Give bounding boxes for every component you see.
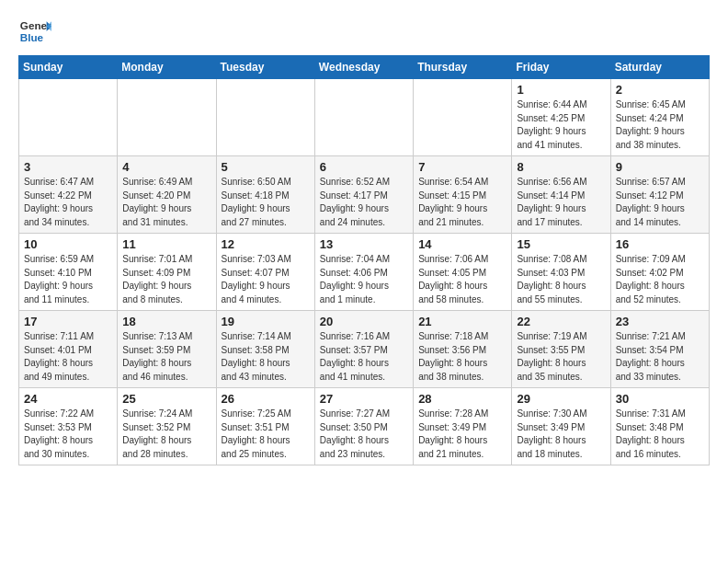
day-number: 8 — [517, 160, 605, 174]
calendar-cell: 15Sunrise: 7:08 AMSunset: 4:03 PMDayligh… — [512, 234, 610, 311]
calendar-cell: 8Sunrise: 6:56 AMSunset: 4:14 PMDaylight… — [512, 156, 610, 234]
calendar-cell — [19, 79, 118, 156]
day-number: 5 — [222, 160, 310, 174]
day-info: Sunrise: 7:28 AMSunset: 3:49 PMDaylight:… — [418, 408, 506, 461]
calendar-cell: 3Sunrise: 6:47 AMSunset: 4:22 PMDaylight… — [19, 156, 118, 234]
day-number: 21 — [418, 315, 506, 328]
calendar-cell — [314, 79, 413, 156]
day-number: 13 — [320, 237, 408, 251]
day-number: 3 — [24, 160, 112, 174]
calendar-cell: 18Sunrise: 7:13 AMSunset: 3:59 PMDayligh… — [118, 311, 216, 388]
day-info: Sunrise: 7:31 AMSunset: 3:48 PMDaylight:… — [616, 408, 704, 461]
day-info: Sunrise: 6:52 AMSunset: 4:17 PMDaylight:… — [320, 176, 408, 229]
weekday-header-wednesday: Wednesday — [314, 56, 413, 79]
day-info: Sunrise: 7:11 AMSunset: 4:01 PMDaylight:… — [24, 330, 112, 384]
day-number: 10 — [24, 237, 112, 251]
day-number: 14 — [418, 237, 506, 251]
day-number: 12 — [222, 237, 310, 251]
logo: General Blue — [18, 15, 53, 48]
day-info: Sunrise: 7:27 AMSunset: 3:50 PMDaylight:… — [320, 408, 408, 461]
calendar-cell: 26Sunrise: 7:25 AMSunset: 3:51 PMDayligh… — [216, 388, 314, 465]
calendar-cell: 1Sunrise: 6:44 AMSunset: 4:25 PMDaylight… — [512, 79, 610, 156]
day-info: Sunrise: 7:22 AMSunset: 3:53 PMDaylight:… — [24, 408, 112, 461]
week-row-2: 3Sunrise: 6:47 AMSunset: 4:22 PMDaylight… — [19, 156, 710, 234]
calendar-cell: 28Sunrise: 7:28 AMSunset: 3:49 PMDayligh… — [414, 388, 512, 465]
day-number: 17 — [24, 315, 112, 328]
header-area: General Blue — [18, 15, 710, 48]
calendar-cell: 19Sunrise: 7:14 AMSunset: 3:58 PMDayligh… — [216, 311, 314, 388]
day-info: Sunrise: 7:01 AMSunset: 4:09 PMDaylight:… — [122, 253, 210, 306]
week-row-5: 24Sunrise: 7:22 AMSunset: 3:53 PMDayligh… — [19, 388, 710, 465]
calendar-cell: 17Sunrise: 7:11 AMSunset: 4:01 PMDayligh… — [19, 311, 118, 388]
day-info: Sunrise: 6:49 AMSunset: 4:20 PMDaylight:… — [122, 176, 210, 229]
day-info: Sunrise: 7:06 AMSunset: 4:05 PMDaylight:… — [418, 253, 506, 306]
calendar-cell: 25Sunrise: 7:24 AMSunset: 3:52 PMDayligh… — [118, 388, 216, 465]
calendar-cell: 7Sunrise: 6:54 AMSunset: 4:15 PMDaylight… — [414, 156, 512, 234]
weekday-header-saturday: Saturday — [610, 56, 709, 79]
calendar-cell: 14Sunrise: 7:06 AMSunset: 4:05 PMDayligh… — [414, 234, 512, 311]
calendar-cell: 5Sunrise: 6:50 AMSunset: 4:18 PMDaylight… — [216, 156, 314, 234]
calendar-table: SundayMondayTuesdayWednesdayThursdayFrid… — [18, 55, 710, 465]
day-info: Sunrise: 7:25 AMSunset: 3:51 PMDaylight:… — [222, 408, 310, 461]
day-info: Sunrise: 6:54 AMSunset: 4:15 PMDaylight:… — [418, 176, 506, 229]
svg-text:Blue: Blue — [20, 31, 44, 43]
day-info: Sunrise: 7:13 AMSunset: 3:59 PMDaylight:… — [122, 330, 210, 384]
day-info: Sunrise: 7:04 AMSunset: 4:06 PMDaylight:… — [320, 253, 408, 306]
calendar-cell: 13Sunrise: 7:04 AMSunset: 4:06 PMDayligh… — [314, 234, 413, 311]
day-info: Sunrise: 6:56 AMSunset: 4:14 PMDaylight:… — [517, 176, 605, 229]
day-number: 2 — [616, 83, 704, 97]
weekday-header-thursday: Thursday — [414, 56, 512, 79]
day-info: Sunrise: 7:09 AMSunset: 4:02 PMDaylight:… — [616, 253, 704, 306]
day-info: Sunrise: 6:59 AMSunset: 4:10 PMDaylight:… — [24, 253, 112, 306]
day-number: 22 — [517, 315, 605, 328]
calendar-cell: 20Sunrise: 7:16 AMSunset: 3:57 PMDayligh… — [314, 311, 413, 388]
logo-icon: General Blue — [18, 15, 51, 48]
day-info: Sunrise: 7:21 AMSunset: 3:54 PMDaylight:… — [616, 330, 704, 384]
weekday-header-friday: Friday — [512, 56, 610, 79]
calendar-cell: 2Sunrise: 6:45 AMSunset: 4:24 PMDaylight… — [610, 79, 709, 156]
week-row-3: 10Sunrise: 6:59 AMSunset: 4:10 PMDayligh… — [19, 234, 710, 311]
calendar-cell: 12Sunrise: 7:03 AMSunset: 4:07 PMDayligh… — [216, 234, 314, 311]
day-info: Sunrise: 7:14 AMSunset: 3:58 PMDaylight:… — [222, 330, 310, 384]
calendar-cell — [216, 79, 314, 156]
day-number: 20 — [320, 315, 408, 328]
day-info: Sunrise: 6:44 AMSunset: 4:25 PMDaylight:… — [517, 98, 605, 152]
week-row-4: 17Sunrise: 7:11 AMSunset: 4:01 PMDayligh… — [19, 311, 710, 388]
day-info: Sunrise: 6:50 AMSunset: 4:18 PMDaylight:… — [222, 176, 310, 229]
day-number: 18 — [122, 315, 210, 328]
weekday-header-tuesday: Tuesday — [216, 56, 314, 79]
week-row-1: 1Sunrise: 6:44 AMSunset: 4:25 PMDaylight… — [19, 79, 710, 156]
day-number: 4 — [122, 160, 210, 174]
day-number: 16 — [616, 237, 704, 251]
calendar-cell: 16Sunrise: 7:09 AMSunset: 4:02 PMDayligh… — [610, 234, 709, 311]
day-info: Sunrise: 7:08 AMSunset: 4:03 PMDaylight:… — [517, 253, 605, 306]
day-number: 7 — [418, 160, 506, 174]
calendar-cell — [118, 79, 216, 156]
weekday-header-sunday: Sunday — [19, 56, 118, 79]
day-number: 25 — [122, 392, 210, 406]
calendar-cell: 21Sunrise: 7:18 AMSunset: 3:56 PMDayligh… — [414, 311, 512, 388]
day-info: Sunrise: 6:45 AMSunset: 4:24 PMDaylight:… — [616, 98, 704, 152]
calendar-cell: 22Sunrise: 7:19 AMSunset: 3:55 PMDayligh… — [512, 311, 610, 388]
day-number: 30 — [616, 392, 704, 406]
day-number: 28 — [418, 392, 506, 406]
day-info: Sunrise: 7:03 AMSunset: 4:07 PMDaylight:… — [222, 253, 310, 306]
weekday-header-monday: Monday — [118, 56, 216, 79]
day-number: 24 — [24, 392, 112, 406]
calendar-cell: 4Sunrise: 6:49 AMSunset: 4:20 PMDaylight… — [118, 156, 216, 234]
day-info: Sunrise: 7:18 AMSunset: 3:56 PMDaylight:… — [418, 330, 506, 384]
calendar-cell: 23Sunrise: 7:21 AMSunset: 3:54 PMDayligh… — [610, 311, 709, 388]
calendar-cell: 10Sunrise: 6:59 AMSunset: 4:10 PMDayligh… — [19, 234, 118, 311]
day-number: 19 — [222, 315, 310, 328]
day-info: Sunrise: 7:19 AMSunset: 3:55 PMDaylight:… — [517, 330, 605, 384]
calendar-cell: 9Sunrise: 6:57 AMSunset: 4:12 PMDaylight… — [610, 156, 709, 234]
day-number: 1 — [517, 83, 605, 97]
day-number: 9 — [616, 160, 704, 174]
day-number: 26 — [222, 392, 310, 406]
calendar-cell: 30Sunrise: 7:31 AMSunset: 3:48 PMDayligh… — [610, 388, 709, 465]
calendar-cell: 29Sunrise: 7:30 AMSunset: 3:49 PMDayligh… — [512, 388, 610, 465]
day-info: Sunrise: 6:47 AMSunset: 4:22 PMDaylight:… — [24, 176, 112, 229]
calendar-cell: 27Sunrise: 7:27 AMSunset: 3:50 PMDayligh… — [314, 388, 413, 465]
day-number: 23 — [616, 315, 704, 328]
day-number: 11 — [122, 237, 210, 251]
